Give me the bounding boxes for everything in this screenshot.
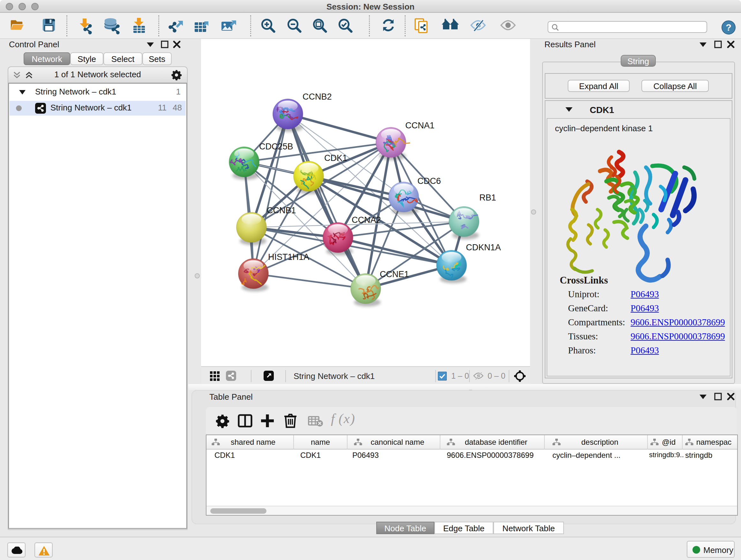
svg-text:CDC25B: CDC25B xyxy=(259,142,293,151)
svg-text:CCNE1: CCNE1 xyxy=(380,269,409,279)
svg-text:HIST1H1A: HIST1H1A xyxy=(268,252,309,262)
svg-text:CCNB2: CCNB2 xyxy=(302,92,332,102)
svg-text:CCNB1: CCNB1 xyxy=(267,206,296,215)
svg-text:CCNA2: CCNA2 xyxy=(352,215,381,225)
svg-text:CDK1: CDK1 xyxy=(324,153,347,163)
svg-text:RB1: RB1 xyxy=(479,193,496,202)
svg-text:CDKN1A: CDKN1A xyxy=(466,243,501,252)
svg-text:CDC6: CDC6 xyxy=(417,176,441,186)
svg-text:?: ? xyxy=(726,22,731,33)
svg-text:CCNA1: CCNA1 xyxy=(405,121,434,130)
